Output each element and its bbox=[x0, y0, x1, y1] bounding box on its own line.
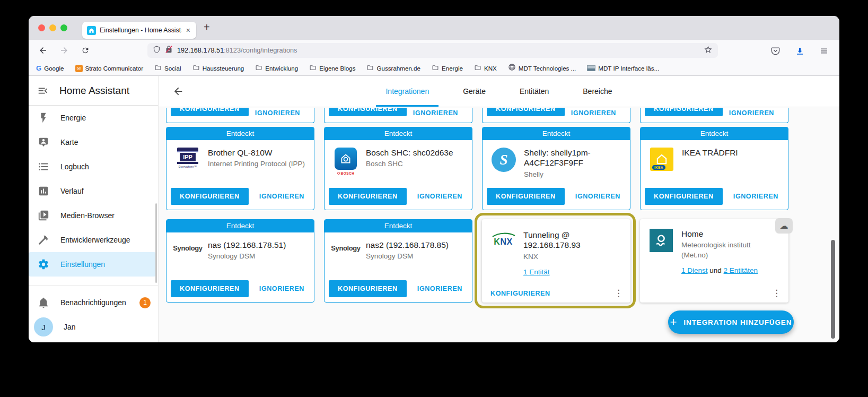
lightning-bolt-icon bbox=[37, 111, 50, 124]
tab-geraete[interactable]: Geräte bbox=[461, 76, 488, 107]
bookmark-mdt-ip-interface[interactable]: MDT IP Interface läs... bbox=[587, 65, 659, 72]
home-assistant-favicon bbox=[87, 26, 96, 35]
links-line: 1 Dienst und 2 Entitäten bbox=[681, 266, 769, 274]
ignore-link[interactable]: IGNORIEREN bbox=[729, 109, 774, 117]
bookmark-star-icon[interactable] bbox=[704, 45, 713, 56]
user-name: Jan bbox=[64, 323, 76, 331]
sidebar-item-entwicklerwerkzeuge[interactable]: Entwicklerwerkzeuge bbox=[29, 228, 158, 252]
folder-icon bbox=[255, 64, 262, 73]
configure-link[interactable]: KONFIGURIEREN bbox=[490, 290, 550, 297]
integrations-grid: KONFIGURIEREN IGNORIEREN KONFIGURIEREN I… bbox=[159, 107, 839, 342]
configure-button[interactable]: KONFIGURIEREN bbox=[171, 280, 249, 297]
sidebar-toggle-icon[interactable] bbox=[37, 79, 49, 103]
integration-name: Bosch SHC: shc02d63e bbox=[366, 148, 453, 158]
configure-button[interactable]: KONFIGURIEREN bbox=[329, 280, 407, 297]
folder-icon bbox=[154, 64, 162, 73]
ignore-link[interactable]: IGNORIEREN bbox=[413, 109, 458, 117]
minimize-window-button[interactable] bbox=[49, 24, 56, 31]
pocket-icon[interactable] bbox=[768, 44, 782, 58]
bookmark-google[interactable]: G Google bbox=[36, 64, 64, 72]
tab-entitaeten[interactable]: Entitäten bbox=[518, 76, 551, 107]
configure-button[interactable]: KONFIGURIEREN bbox=[645, 188, 723, 205]
integration-subtitle: Shelly bbox=[524, 170, 621, 179]
bookmark-folder-gussrahmen[interactable]: Gussrahmen.de bbox=[366, 64, 420, 73]
configure-button[interactable]: KONFIGURIEREN bbox=[487, 108, 565, 116]
close-window-button[interactable] bbox=[38, 24, 45, 31]
sidebar-item-benachrichtigungen[interactable]: Benachrichtigungen 1 bbox=[29, 290, 158, 315]
bookmark-folder-haussteuerung[interactable]: Haussteuerung bbox=[192, 64, 244, 73]
ignore-link[interactable]: IGNORIEREN bbox=[733, 193, 778, 200]
service-link[interactable]: 1 Dienst bbox=[681, 266, 708, 274]
integration-name: Home bbox=[681, 229, 769, 239]
integration-subtitle: Synology DSM bbox=[208, 252, 286, 261]
google-icon: G bbox=[36, 64, 41, 72]
synology-logo: Synology bbox=[175, 240, 200, 252]
configure-button[interactable]: KONFIGURIEREN bbox=[171, 188, 249, 205]
browser-toolbar: 192.168.178.51:8123/config/integrations bbox=[29, 40, 839, 61]
configure-button[interactable]: KONFIGURIEREN bbox=[645, 108, 723, 116]
forward-button[interactable] bbox=[57, 44, 71, 57]
back-button[interactable] bbox=[36, 44, 50, 57]
configure-button[interactable]: KONFIGURIEREN bbox=[329, 188, 407, 205]
plus-icon: + bbox=[670, 315, 678, 329]
sidebar-item-einstellungen[interactable]: Einstellungen bbox=[29, 252, 156, 277]
bookmark-mdt-technologies[interactable]: MDT Technologies ... bbox=[508, 63, 576, 73]
bookmark-folder-eigene-blogs[interactable]: Eigene Blogs bbox=[309, 64, 355, 73]
bookmark-folder-knx[interactable]: KNX bbox=[474, 64, 497, 73]
ignore-link[interactable]: IGNORIEREN bbox=[417, 285, 462, 292]
main-panel: Integrationen Geräte Entitäten Bereiche … bbox=[159, 76, 839, 342]
reload-button[interactable] bbox=[78, 44, 92, 57]
tab-integrationen[interactable]: Integrationen bbox=[383, 76, 431, 107]
discovered-banner: Entdeckt bbox=[325, 220, 472, 232]
folder-icon bbox=[474, 64, 481, 73]
ignore-link[interactable]: IGNORIEREN bbox=[417, 193, 462, 200]
discovered-banner: Entdeckt bbox=[166, 220, 314, 232]
ikea-logo: IKEA bbox=[649, 148, 674, 171]
sidebar-item-verlauf[interactable]: Verlauf bbox=[29, 179, 158, 203]
browser-tab[interactable]: Einstellungen - Home Assistant × bbox=[82, 22, 196, 39]
url-bar[interactable]: 192.168.178.51:8123/config/integrations bbox=[147, 43, 718, 58]
page-header: Integrationen Geräte Entitäten Bereiche bbox=[159, 76, 839, 107]
entities-link[interactable]: 2 Entitäten bbox=[724, 266, 758, 274]
integration-name: Tunneling @ 192.168.178.93 bbox=[523, 230, 622, 251]
sidebar-item-logbuch[interactable]: Logbuch bbox=[29, 154, 158, 179]
configure-button[interactable]: KONFIGURIEREN bbox=[487, 188, 565, 205]
kebab-menu-icon[interactable]: ⋮ bbox=[769, 289, 784, 298]
tab-close-icon[interactable]: × bbox=[185, 26, 191, 34]
configure-button[interactable]: KONFIGURIEREN bbox=[171, 108, 249, 116]
sidebar-item-karte[interactable]: Karte bbox=[29, 130, 158, 154]
add-integration-button[interactable]: + INTEGRATION HINZUFÜGEN bbox=[668, 310, 794, 334]
tab-bereiche[interactable]: Bereiche bbox=[581, 76, 614, 107]
page-scrollbar[interactable] bbox=[831, 240, 835, 339]
integration-card-partial: KONFIGURIEREN IGNORIEREN bbox=[482, 108, 630, 123]
menu-hamburger-icon[interactable] bbox=[817, 44, 831, 58]
ignore-link[interactable]: IGNORIEREN bbox=[259, 285, 304, 292]
ignore-link[interactable]: IGNORIEREN bbox=[255, 109, 300, 117]
sidebar-item-energie[interactable]: Energie bbox=[29, 106, 158, 130]
ignore-link[interactable]: IGNORIEREN bbox=[571, 109, 616, 117]
bookmark-folder-energie[interactable]: Energie bbox=[432, 64, 463, 73]
integration-name: Brother QL-810W bbox=[208, 148, 305, 158]
sidebar-scrollbar[interactable] bbox=[155, 203, 157, 283]
tracking-protection-shield-icon[interactable] bbox=[153, 45, 161, 56]
back-arrow-icon[interactable] bbox=[172, 76, 184, 107]
url-path: :8123/config/integrations bbox=[224, 47, 297, 54]
integration-card-shelly: Entdeckt S Shelly: shelly1pm-A4CF12F3F9F… bbox=[482, 127, 630, 210]
downloads-icon[interactable] bbox=[793, 44, 806, 58]
integration-name: Shelly: shelly1pm-A4CF12F3F9FF bbox=[524, 148, 621, 168]
bookmark-strato[interactable]: ✉ Strato Communicator bbox=[75, 65, 144, 72]
bookmark-folder-entwicklung[interactable]: Entwicklung bbox=[255, 64, 298, 73]
sidebar-item-medien-browser[interactable]: Medien-Browser bbox=[29, 203, 158, 228]
new-tab-button[interactable]: + bbox=[204, 21, 210, 33]
sidebar-item-user[interactable]: J Jan bbox=[29, 315, 158, 339]
configure-button[interactable]: KONFIGURIEREN bbox=[329, 108, 407, 116]
tab-title: Einstellungen - Home Assistant bbox=[100, 27, 181, 34]
ignore-link[interactable]: IGNORIEREN bbox=[575, 193, 620, 200]
kebab-menu-icon[interactable]: ⋮ bbox=[611, 289, 626, 298]
bookmark-folder-social[interactable]: Social bbox=[154, 64, 181, 73]
entities-link[interactable]: 1 Entität bbox=[523, 268, 550, 276]
integration-subtitle: Bosch SHC bbox=[366, 159, 453, 169]
insecure-lock-icon[interactable] bbox=[165, 45, 173, 56]
ignore-link[interactable]: IGNORIEREN bbox=[259, 193, 304, 200]
zoom-window-button[interactable] bbox=[60, 24, 67, 31]
